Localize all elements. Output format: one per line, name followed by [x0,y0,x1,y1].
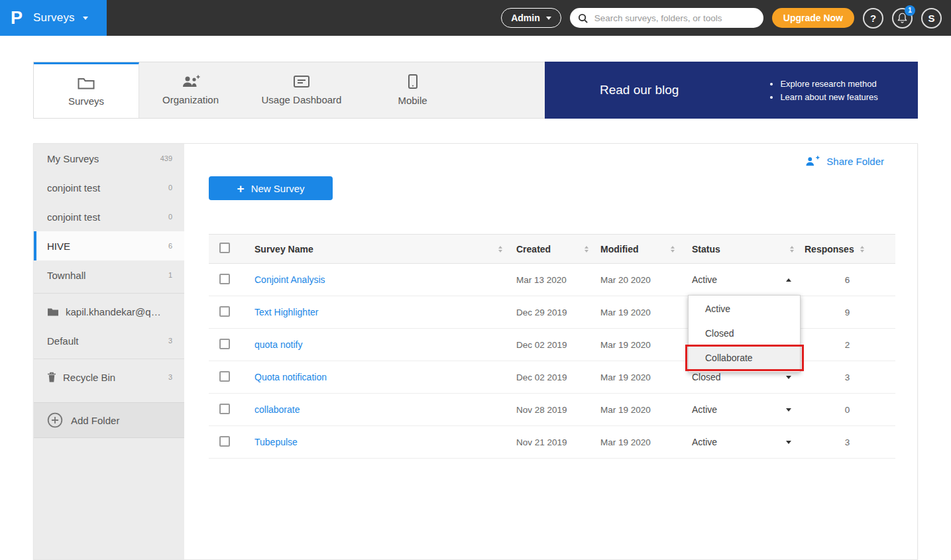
folder-icon [78,76,95,89]
responses-count: 2 [799,340,895,350]
sort-icon[interactable] [790,246,794,252]
header-created[interactable]: Created [508,244,594,254]
dropdown-option-closed[interactable]: Closed [689,321,800,346]
survey-name-link[interactable]: Quota notification [246,372,508,382]
sidebar-item-recycle-bin[interactable]: Recycle Bin 3 [34,363,184,392]
status-dropdown-trigger[interactable]: Active [680,404,799,415]
survey-name-link[interactable]: Text Highlighter [246,307,508,317]
status-dropdown-menu: Active Closed Collaborate [688,295,801,372]
tab-organization[interactable]: Organization [139,62,242,118]
sidebar-item-my-surveys[interactable]: My Surveys 439 [34,144,184,173]
sort-icon[interactable] [498,246,502,252]
modified-date: Mar 19 2020 [594,340,680,350]
notifications-button[interactable]: 1 [892,8,913,28]
sidebar-spacer [34,392,184,402]
folder-count: 0 [168,213,172,221]
row-checkbox[interactable] [219,371,230,382]
blog-banner[interactable]: Read our blog Explore research method Le… [545,62,918,119]
banner-title[interactable]: Read our blog [600,83,679,97]
folder-count: 3 [168,373,172,381]
header-responses[interactable]: Responses [799,244,895,254]
responses-count: 6 [799,275,895,285]
notification-badge: 1 [905,5,915,16]
table-row: collaborate Nov 28 2019 Mar 19 2020 Acti… [209,394,895,426]
survey-name-link[interactable]: Conjoint Analysis [246,274,508,285]
header-modified[interactable]: Modified [594,244,680,254]
surveys-panel: My Surveys 439 conjoint test 0 conjoint … [33,143,918,560]
tab-usage-dashboard[interactable]: Usage Dashboard [242,62,361,118]
modified-date: Mar 19 2020 [594,437,680,447]
sort-icon[interactable] [860,246,864,252]
top-navbar: P Surveys Admin Upgrade Now ? 1 S [0,0,951,36]
folder-count: 3 [168,337,172,345]
row-checkbox[interactable] [219,274,230,284]
responses-count: 3 [799,437,895,447]
tab-mobile[interactable]: Mobile [361,62,464,118]
folder-count: 6 [168,242,172,250]
caret-down-icon [786,441,791,444]
people-icon [181,75,200,88]
sidebar-item-default[interactable]: Default 3 [34,326,184,355]
row-checkbox[interactable] [219,404,230,414]
admin-menu-button[interactable]: Admin [501,8,561,28]
folder-label: conjoint test [47,182,162,194]
sidebar-item-hive[interactable]: HIVE 6 [34,231,184,260]
caret-down-icon [786,376,791,379]
row-checkbox[interactable] [219,339,230,349]
sidebar-item-shared-folder[interactable]: kapil.khandekar@que... [34,297,184,326]
caret-up-icon [786,278,791,282]
user-avatar[interactable]: S [921,8,942,28]
avatar-initial: S [928,13,934,24]
banner-bullet-list: Explore research method Learn about new … [768,76,877,105]
dropdown-option-active[interactable]: Active [689,297,800,321]
folder-label: Townhall [47,270,162,281]
row-checkbox[interactable] [219,306,230,317]
sort-icon[interactable] [671,246,675,252]
share-people-icon [805,156,820,167]
brand-surveys-menu[interactable]: P Surveys [0,0,107,36]
survey-name-link[interactable]: quota notify [246,339,508,350]
add-folder-label: Add Folder [71,415,119,426]
sidebar-item-townhall[interactable]: Townhall 1 [34,260,184,290]
tab-label: Mobile [398,95,427,106]
add-folder-button[interactable]: Add Folder [34,402,184,438]
table-header-row: Survey Name Created Modified Status Resp… [209,234,895,264]
sidebar-divider [34,359,184,359]
tab-label: Usage Dashboard [262,94,342,105]
upgrade-now-button[interactable]: Upgrade Now [772,8,854,28]
new-survey-button[interactable]: + New Survey [209,176,333,200]
search-input[interactable] [593,13,755,24]
status-dropdown-trigger[interactable]: Active [680,437,799,447]
modified-date: Mar 19 2020 [594,372,680,382]
modified-date: Mar 19 2020 [594,308,680,317]
responses-count: 3 [799,372,895,382]
survey-name-link[interactable]: Tubepulse [246,437,508,447]
status-dropdown-trigger[interactable]: Active [680,274,799,285]
share-folder-button[interactable]: Share Folder [805,156,884,167]
select-all-checkbox[interactable] [219,243,230,253]
row-checkbox[interactable] [219,436,230,447]
header-status[interactable]: Status [680,244,799,254]
tab-surveys[interactable]: Surveys [34,62,139,118]
sidebar-divider [34,293,184,294]
tab-label: Surveys [68,95,104,107]
new-survey-label: New Survey [251,183,305,194]
header-survey-name[interactable]: Survey Name [246,244,508,254]
sidebar-item-conjoint-test-1[interactable]: conjoint test 0 [34,173,184,202]
dropdown-option-collaborate[interactable]: Collaborate [689,346,800,370]
caret-down-icon [786,408,791,412]
tab-label: Organization [162,94,219,105]
created-date: Mar 13 2020 [508,275,594,285]
table-row: Conjoint Analysis Mar 13 2020 Mar 20 202… [209,264,895,296]
help-button[interactable]: ? [863,8,883,28]
global-search[interactable] [570,8,763,28]
created-date: Dec 02 2019 [508,340,594,350]
survey-name-link[interactable]: collaborate [246,404,508,415]
sidebar-item-conjoint-test-2[interactable]: conjoint test 0 [34,202,184,231]
responses-count: 9 [799,308,895,317]
status-dropdown-trigger[interactable]: Closed [680,372,799,382]
sort-icon[interactable] [585,246,588,252]
folder-label: Default [47,335,162,347]
navbar-actions: Admin Upgrade Now ? 1 S [501,8,951,28]
question-mark-icon: ? [870,13,876,24]
